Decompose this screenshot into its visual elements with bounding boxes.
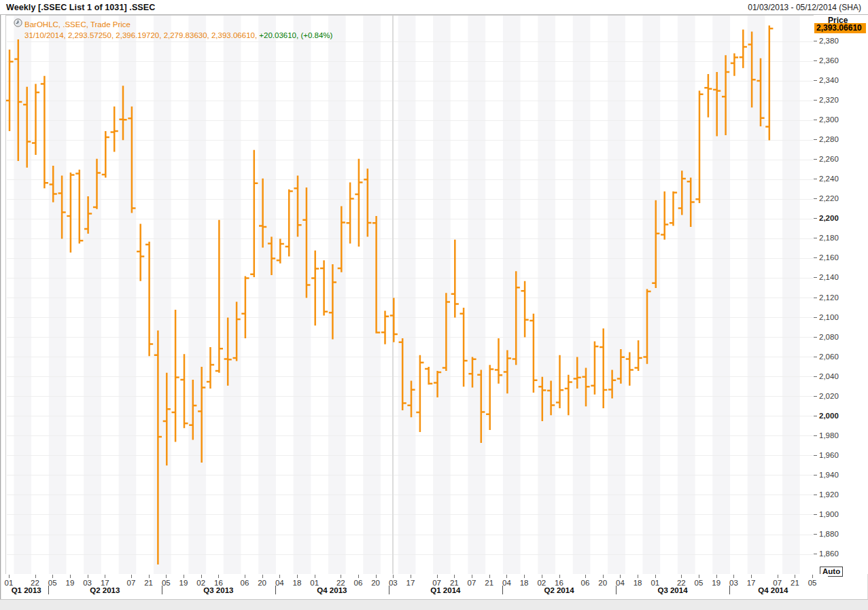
x-axis-tick bbox=[9, 575, 10, 578]
chart-titlebar: Weekly [.SSEC List 1 of 1031] .SSEC 01/0… bbox=[0, 0, 868, 15]
x-axis-tick bbox=[70, 575, 71, 578]
ohlc-bar[interactable] bbox=[565, 375, 572, 416]
ohlc-bar[interactable] bbox=[661, 192, 668, 240]
x-axis-tick-label: 05 bbox=[805, 579, 820, 587]
clock-icon bbox=[14, 18, 22, 30]
ohlc-bar[interactable] bbox=[102, 131, 109, 177]
ohlc-bar[interactable] bbox=[381, 310, 389, 344]
ohlc-bar[interactable] bbox=[731, 53, 738, 75]
x-axis-tick bbox=[166, 575, 167, 578]
ohlc-bar[interactable] bbox=[695, 91, 703, 204]
ohlc-bar[interactable] bbox=[32, 84, 39, 155]
ohlc-bar[interactable] bbox=[277, 238, 284, 263]
x-axis-tick-label: 03 bbox=[726, 579, 741, 587]
ohlc-bar[interactable] bbox=[460, 308, 468, 387]
x-axis-tick-label: 20 bbox=[368, 579, 383, 587]
ohlc-bar[interactable] bbox=[75, 170, 83, 244]
ohlc-bar[interactable] bbox=[355, 159, 362, 247]
x-axis-tick-label: 05 bbox=[158, 579, 173, 587]
price-axis-tick: 2,060 bbox=[814, 352, 839, 361]
ohlc-bar[interactable] bbox=[145, 242, 153, 357]
x-axis-tick-label: 20 bbox=[255, 579, 270, 587]
ohlc-bar[interactable] bbox=[521, 281, 529, 338]
price-axis-tick: 1,980 bbox=[814, 431, 839, 440]
ohlc-bar[interactable] bbox=[740, 30, 747, 69]
x-axis-tick bbox=[716, 575, 717, 578]
ohlc-bar[interactable] bbox=[530, 314, 537, 393]
x-axis-tick bbox=[341, 575, 341, 578]
x-axis-tick bbox=[472, 575, 472, 578]
x-axis-tick bbox=[620, 575, 621, 578]
x-axis-tick bbox=[699, 575, 699, 578]
x-axis-tick-label: 21 bbox=[141, 579, 156, 587]
time-axis[interactable]: 0122051903170721051902160620041801220620… bbox=[5, 574, 828, 599]
x-axis-tick bbox=[245, 575, 245, 578]
ohlc-bar[interactable] bbox=[635, 340, 642, 371]
quarter-separator bbox=[502, 586, 503, 594]
ohlc-bar[interactable] bbox=[451, 240, 459, 318]
ohlc-bar[interactable] bbox=[311, 251, 319, 325]
quarter-separator bbox=[729, 586, 730, 594]
x-axis-tick bbox=[603, 575, 604, 578]
ohlc-bar[interactable] bbox=[670, 192, 677, 226]
ohlc-bar[interactable] bbox=[425, 367, 432, 384]
price-axis[interactable]: Price 2,393.06610 2,3802,3602,3402,3202,… bbox=[814, 15, 868, 574]
price-axis-tick: 2,100 bbox=[814, 312, 839, 322]
ohlc-bar[interactable] bbox=[390, 298, 398, 342]
x-axis-tick bbox=[393, 575, 394, 578]
x-axis-tick bbox=[358, 575, 359, 578]
ohlc-bar[interactable] bbox=[137, 224, 144, 281]
price-axis-tick: 1,960 bbox=[814, 450, 839, 460]
x-axis-tick bbox=[638, 575, 638, 578]
ohlc-bar[interactable] bbox=[207, 347, 214, 389]
x-axis-tick bbox=[184, 575, 184, 578]
x-axis-tick-label: 19 bbox=[176, 579, 191, 587]
plot-area[interactable] bbox=[5, 15, 814, 575]
last-price-badge[interactable]: 2,393.06610 bbox=[814, 23, 866, 33]
ohlc-bar[interactable] bbox=[6, 50, 14, 131]
price-axis-tick: 2,300 bbox=[814, 115, 839, 124]
ohlc-bar[interactable] bbox=[765, 26, 773, 141]
x-axis-tick bbox=[778, 575, 778, 578]
price-axis-tick: 1,920 bbox=[814, 490, 839, 499]
ohlc-chart-canvas[interactable] bbox=[6, 16, 814, 575]
x-axis-tick bbox=[376, 575, 377, 578]
ohlc-bar[interactable] bbox=[347, 183, 354, 244]
quarter-separator bbox=[48, 586, 49, 594]
x-axis-tick bbox=[655, 575, 656, 578]
x-axis-tick-label: 03 bbox=[385, 579, 400, 587]
x-axis-tick-label: 04 bbox=[272, 579, 287, 587]
quarter-label: Q3 2013 bbox=[191, 586, 245, 594]
quarter-label: Q1 2014 bbox=[418, 586, 472, 594]
x-axis-tick bbox=[681, 575, 682, 578]
ohlc-bar[interactable] bbox=[67, 173, 74, 253]
ohlc-bar[interactable] bbox=[416, 355, 423, 432]
x-axis-tick-label: 18 bbox=[630, 579, 645, 587]
ohlc-bar[interactable] bbox=[180, 354, 188, 428]
ohlc-bar[interactable] bbox=[241, 276, 249, 338]
ohlc-bar[interactable] bbox=[172, 310, 179, 442]
price-axis-tick: 2,280 bbox=[814, 134, 839, 144]
price-axis-tick: 2,140 bbox=[814, 272, 839, 282]
x-axis-tick bbox=[489, 575, 490, 578]
price-axis-tick: 1,860 bbox=[814, 549, 839, 558]
ohlc-bar[interactable] bbox=[591, 341, 598, 394]
x-axis-tick bbox=[218, 575, 219, 578]
chart-title: Weekly [.SSEC List 1 of 1031] .SSEC bbox=[6, 3, 155, 12]
price-axis-tick: 2,160 bbox=[814, 253, 839, 262]
x-axis-tick bbox=[131, 575, 132, 578]
x-axis-tick bbox=[506, 575, 507, 578]
x-axis-tick bbox=[149, 575, 150, 578]
quarter-label: Q2 2014 bbox=[532, 586, 587, 594]
ohlc-bar[interactable] bbox=[111, 107, 118, 152]
x-axis-tick bbox=[542, 575, 542, 578]
ohlc-bar[interactable] bbox=[556, 355, 563, 408]
ohlc-bar[interactable] bbox=[215, 220, 223, 373]
ohlc-bar[interactable] bbox=[41, 76, 48, 188]
x-axis-tick-label: 19 bbox=[63, 579, 77, 587]
price-axis-tick: 1,900 bbox=[814, 509, 839, 519]
ohlc-bar[interactable] bbox=[486, 365, 493, 430]
x-axis-tick bbox=[411, 575, 411, 578]
ohlc-bar[interactable] bbox=[704, 74, 712, 118]
ohlc-bar[interactable] bbox=[320, 260, 328, 315]
